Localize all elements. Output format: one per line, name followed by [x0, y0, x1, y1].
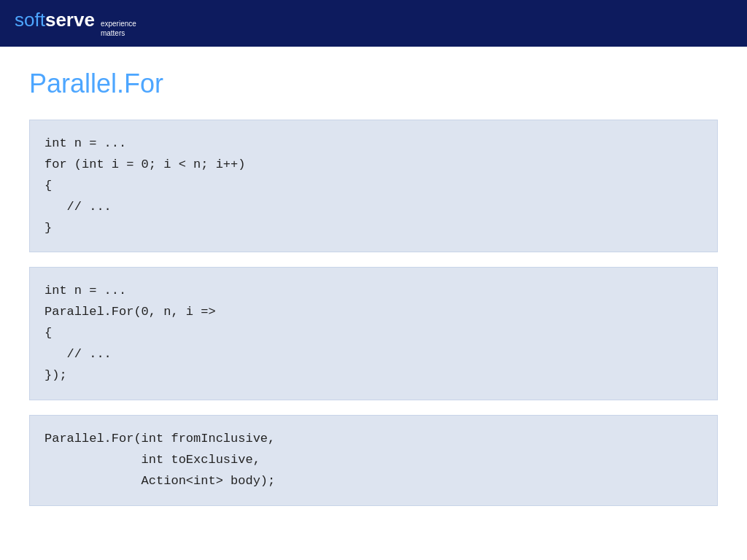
code-block-1: int n = ... for (int i = 0; i < n; i++) … — [29, 120, 718, 252]
header: softserve experiencematters — [0, 0, 747, 47]
code-block-3: Parallel.For(int fromInclusive, int toEx… — [29, 415, 718, 506]
code-text-1: int n = ... for (int i = 0; i < n; i++) … — [44, 133, 703, 238]
page-title: Parallel.For — [29, 69, 718, 99]
code-text-3: Parallel.For(int fromInclusive, int toEx… — [44, 429, 703, 492]
code-block-2: int n = ... Parallel.For(0, n, i => { //… — [29, 267, 718, 400]
logo-tagline: experiencematters — [101, 19, 136, 38]
code-text-2: int n = ... Parallel.For(0, n, i => { //… — [44, 281, 703, 386]
logo: softserve experiencematters — [15, 9, 136, 38]
logo-soft: soft — [15, 9, 45, 31]
main-content: Parallel.For int n = ... for (int i = 0;… — [0, 47, 747, 542]
logo-serve: serve — [45, 9, 95, 31]
